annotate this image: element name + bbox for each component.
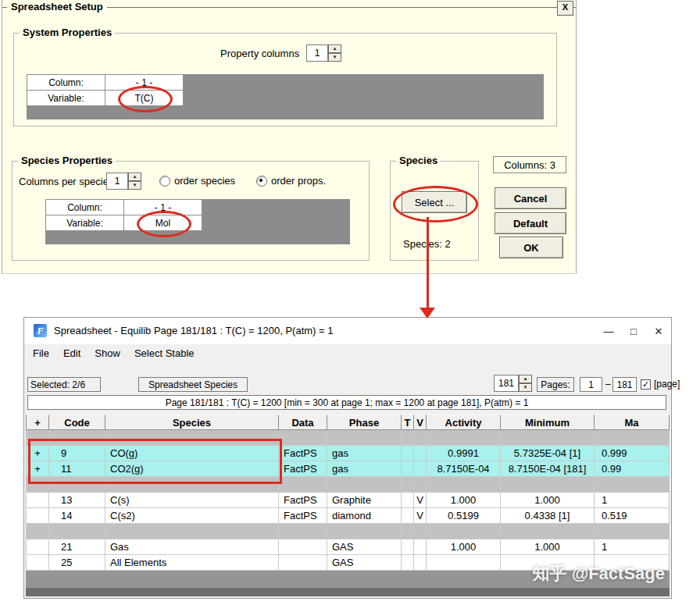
spreadsheet-species-button[interactable]: Spreadsheet Species bbox=[138, 377, 248, 392]
cell-phase[interactable]: gas bbox=[327, 446, 402, 461]
spin-up-icon[interactable]: ▲ bbox=[128, 173, 141, 181]
cell-t[interactable] bbox=[402, 430, 414, 446]
minimize-icon[interactable]: — bbox=[596, 318, 621, 344]
cell-species[interactable]: Gas bbox=[105, 539, 279, 555]
cell-activity[interactable]: 0.5199 bbox=[427, 508, 501, 524]
cell-plus[interactable] bbox=[26, 493, 49, 508]
radio-checked-icon[interactable] bbox=[256, 176, 267, 187]
columns-per-species-value[interactable]: 1 bbox=[106, 173, 128, 190]
cell-activity[interactable] bbox=[427, 430, 501, 446]
cell-code[interactable]: 21 bbox=[49, 539, 105, 555]
cell-plus[interactable] bbox=[26, 555, 49, 571]
table-row[interactable]: +11CO2(g)FactPSgas8.7150E-048.7150E-04 [… bbox=[26, 461, 670, 477]
cell-data[interactable] bbox=[279, 524, 327, 539]
cell-activity[interactable]: 1.000 bbox=[427, 539, 501, 555]
cell-phase[interactable] bbox=[327, 477, 402, 493]
cell-minimum[interactable] bbox=[501, 430, 595, 446]
table-row[interactable]: 14C(s2)FactPSdiamondV0.51990.4338 [1]0.5… bbox=[26, 508, 670, 524]
cell-maximum[interactable]: 1 bbox=[595, 539, 670, 555]
cell-t[interactable] bbox=[402, 477, 414, 493]
cell-minimum[interactable]: 1.000 bbox=[501, 539, 595, 555]
bottom-scroll-strip[interactable] bbox=[26, 588, 670, 596]
table-row[interactable] bbox=[26, 524, 670, 539]
cell-activity[interactable] bbox=[427, 477, 501, 493]
property-columns-spinner[interactable]: 1 ▲ ▼ bbox=[306, 44, 341, 62]
cell-species[interactable] bbox=[105, 524, 279, 539]
cell-minimum[interactable]: 1.000 bbox=[501, 493, 595, 508]
cell-maximum[interactable]: 0.999 bbox=[595, 446, 670, 461]
cell-phase[interactable]: Graphite bbox=[327, 493, 402, 508]
cell-v[interactable] bbox=[414, 430, 427, 446]
cell-t[interactable] bbox=[402, 539, 414, 555]
cell-t[interactable] bbox=[402, 555, 414, 571]
cell-code[interactable]: 25 bbox=[49, 555, 105, 571]
cell-v[interactable]: V bbox=[414, 493, 427, 508]
cell-plus[interactable] bbox=[26, 430, 49, 446]
spin-up-icon[interactable]: ▲ bbox=[519, 375, 532, 383]
table-header-row[interactable]: +CodeSpeciesDataPhaseTVActivityMinimumMa bbox=[26, 415, 670, 430]
header-plus[interactable]: + bbox=[26, 415, 49, 430]
header-code[interactable]: Code bbox=[49, 415, 105, 430]
cell-phase[interactable]: GAS bbox=[327, 555, 402, 571]
page-checkbox[interactable]: ✓ bbox=[641, 379, 651, 390]
cell-t[interactable] bbox=[402, 508, 414, 524]
system-row1-value[interactable]: - 1 - bbox=[105, 75, 184, 91]
table-row[interactable] bbox=[26, 477, 670, 493]
cell-activity[interactable]: 1.000 bbox=[427, 493, 501, 508]
table-row[interactable]: 13C(s)FactPSGraphiteV1.0001.0001 bbox=[26, 493, 670, 508]
spin-down-icon[interactable]: ▼ bbox=[519, 383, 532, 392]
cell-code[interactable] bbox=[49, 477, 105, 493]
cell-data[interactable]: FactPS bbox=[279, 461, 327, 477]
header-maximum[interactable]: Ma bbox=[595, 415, 670, 430]
menu-edit[interactable]: Edit bbox=[56, 344, 88, 363]
system-row2-value[interactable]: T(C) bbox=[105, 91, 184, 106]
header-species[interactable]: Species bbox=[105, 415, 279, 430]
page-spinner[interactable]: 181 ▲ ▼ bbox=[494, 375, 532, 392]
cell-data[interactable]: FactPS bbox=[279, 508, 327, 524]
cell-code[interactable]: 14 bbox=[49, 508, 105, 524]
cell-activity[interactable]: 0.9991 bbox=[427, 446, 501, 461]
header-data[interactable]: Data bbox=[279, 415, 327, 430]
cell-minimum[interactable]: 5.7325E-04 [1] bbox=[501, 446, 595, 461]
cell-activity[interactable] bbox=[427, 524, 501, 539]
columns-per-species-spinner[interactable]: 1 ▲ ▼ bbox=[106, 173, 141, 190]
cell-code[interactable]: 11 bbox=[49, 461, 105, 477]
cell-data[interactable] bbox=[279, 430, 327, 446]
menu-select-stable[interactable]: Select Stable bbox=[127, 344, 202, 363]
cell-species[interactable]: C(s2) bbox=[105, 508, 279, 524]
cell-t[interactable] bbox=[402, 446, 414, 461]
cell-plus[interactable] bbox=[26, 477, 49, 493]
cell-species[interactable]: C(s) bbox=[105, 493, 279, 508]
cell-maximum[interactable] bbox=[595, 430, 670, 446]
page-spinner-value[interactable]: 181 bbox=[494, 375, 519, 392]
cell-data[interactable] bbox=[279, 477, 327, 493]
cell-minimum[interactable]: 0.4338 [1] bbox=[501, 508, 595, 524]
cell-code[interactable] bbox=[49, 524, 105, 539]
cell-minimum[interactable]: 8.7150E-04 [181] bbox=[501, 461, 595, 477]
cell-species[interactable] bbox=[105, 477, 279, 493]
cell-species[interactable] bbox=[105, 430, 279, 446]
cell-species[interactable]: CO(g) bbox=[105, 446, 279, 461]
cell-code[interactable] bbox=[49, 430, 105, 446]
page-from-field[interactable]: 1 bbox=[580, 377, 602, 392]
cell-v[interactable] bbox=[414, 446, 427, 461]
cell-maximum[interactable]: 1 bbox=[595, 493, 670, 508]
cell-species[interactable]: All Elements bbox=[105, 555, 279, 571]
spin-down-icon[interactable]: ▼ bbox=[328, 53, 341, 62]
cell-v[interactable] bbox=[414, 539, 427, 555]
header-t[interactable]: T bbox=[402, 415, 414, 430]
page-to-field[interactable]: 181 bbox=[612, 377, 637, 392]
species-row2-value[interactable]: Mol bbox=[124, 215, 202, 231]
spin-up-icon[interactable]: ▲ bbox=[328, 44, 341, 53]
order-species-radio[interactable]: order species bbox=[159, 175, 235, 187]
cell-data[interactable]: FactPS bbox=[279, 446, 327, 461]
radio-unchecked-icon[interactable] bbox=[159, 176, 170, 187]
cell-species[interactable]: CO2(g) bbox=[105, 461, 279, 477]
table-row[interactable]: +9CO(g)FactPSgas0.99915.7325E-04 [1]0.99… bbox=[26, 446, 670, 461]
ok-button[interactable]: OK bbox=[499, 237, 563, 258]
cell-plus[interactable] bbox=[26, 508, 49, 524]
cell-v[interactable] bbox=[414, 555, 427, 571]
cell-maximum[interactable] bbox=[595, 524, 670, 539]
cell-plus[interactable] bbox=[26, 539, 49, 555]
header-minimum[interactable]: Minimum bbox=[501, 415, 595, 430]
